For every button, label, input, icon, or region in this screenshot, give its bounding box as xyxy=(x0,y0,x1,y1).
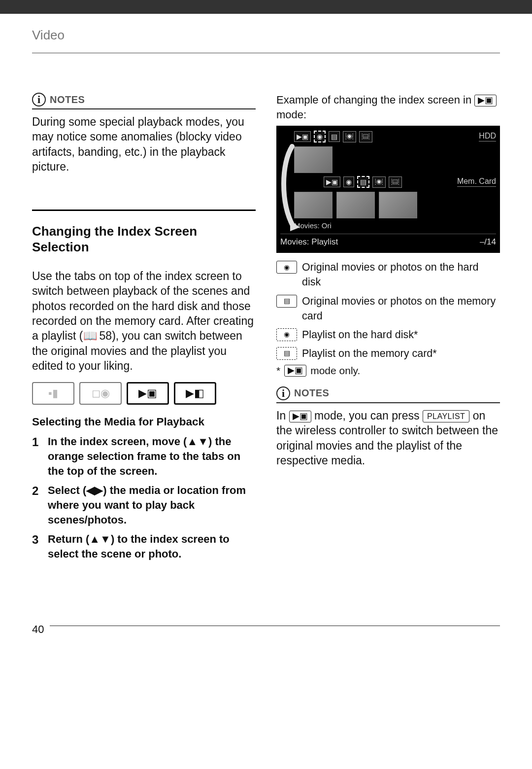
intro-paragraph: Use the tabs on top of the index screen … xyxy=(32,269,256,374)
arrows-updown-icon: ▲▼ xyxy=(187,435,208,448)
step-number: 3 xyxy=(32,532,43,561)
play-video-mode-icon: ▶▣ xyxy=(284,365,306,377)
subsection-title: Changing the Index Screen Selection xyxy=(32,224,256,254)
play-video-mode-icon: ▶▣ xyxy=(289,411,311,422)
right-column: Example of changing the index screen in … xyxy=(276,93,500,566)
playlist-count: –/14 xyxy=(480,237,496,247)
arrows-leftright-icon: ◀▶ xyxy=(86,484,103,496)
notes2-b: mode, you can press xyxy=(311,409,423,422)
procedure-title: Selecting the Media for Playback xyxy=(32,416,256,428)
legend-item: ◉ Original movies or photos on the hard … xyxy=(276,260,500,289)
notes2-a: In xyxy=(276,409,289,422)
figure-legend: ◉ Original movies or photos on the hard … xyxy=(276,260,500,361)
tab-card-playlist-icon: ⦙▤⦙ xyxy=(389,176,402,188)
footnote: * ▶▣ mode only. xyxy=(276,365,500,377)
tab-icon: ▶▣ xyxy=(294,131,311,142)
hdd-icon: ◉ xyxy=(276,261,297,274)
document-page: Video i NOTES During some special playba… xyxy=(0,14,532,651)
card-icon: ▤ xyxy=(276,295,297,308)
notes-label: NOTES xyxy=(50,94,85,105)
info-icon: i xyxy=(276,386,290,400)
section-underline xyxy=(32,53,500,53)
mode-play-photo-icon: ▶◧ xyxy=(174,382,216,405)
tab-row-mid: ▶▣ ◉ ▤ ⦙◉⦙ ⦙▤⦙ Mem. Card xyxy=(280,176,496,188)
notes-heading: i NOTES xyxy=(276,386,500,403)
tab-icon: ▶▣ xyxy=(324,176,340,187)
legend-item: ▤ Original movies or photos on the memor… xyxy=(276,294,500,323)
play-video-mode-icon: ▶▣ xyxy=(474,95,497,106)
section-rule xyxy=(32,210,256,211)
tab-hdd-icon: ◉ xyxy=(314,131,326,142)
left-column: i NOTES During some special playback mod… xyxy=(32,93,256,566)
page-ref-number: 58 xyxy=(100,328,112,343)
page-reference: 📖 58 xyxy=(83,328,112,343)
hdd-playlist-icon: ◉ xyxy=(276,328,297,341)
step-text-a: Return ( xyxy=(48,533,89,545)
step-1: 1 In the index screen, move (▲▼) the ora… xyxy=(32,434,256,478)
playlist-label: Movies: Playlist xyxy=(280,237,338,247)
book-icon: 📖 xyxy=(83,328,98,343)
tab-card-playlist-icon: ⦙▤⦙ xyxy=(359,131,372,142)
playlist-button-label: PLAYLIST xyxy=(423,410,470,422)
legend-text: Playlist on the hard disk* xyxy=(302,327,418,342)
footnote-text: mode only. xyxy=(310,365,360,377)
storage-label-hdd: HDD xyxy=(479,132,496,141)
notes-body: During some special playback modes, you … xyxy=(32,114,256,174)
card-playlist-icon: ▤ xyxy=(276,347,297,360)
thumbnail-row xyxy=(280,146,496,173)
row-label-original: Movies: Ori xyxy=(294,221,496,230)
mode-record-video-icon: ▪▮ xyxy=(32,382,74,405)
example-text-a: Example of changing the index screen in xyxy=(276,94,474,106)
example-text-b: mode: xyxy=(276,108,306,121)
legend-text: Original movies or photos on the hard di… xyxy=(302,260,500,289)
mode-record-photo-icon: ◻◉ xyxy=(79,382,122,405)
step-3: 3 Return (▲▼) to the index screen to sel… xyxy=(32,532,256,561)
thumbnail-row xyxy=(280,192,496,218)
storage-label-memcard: Mem. Card xyxy=(457,177,496,187)
two-column-layout: i NOTES During some special playback mod… xyxy=(32,93,500,566)
thumbnail xyxy=(336,192,375,218)
section-label: Video xyxy=(32,28,500,43)
legend-item: ◉ Playlist on the hard disk* xyxy=(276,327,500,342)
notes-heading: i NOTES xyxy=(32,93,256,109)
arrows-updown-icon: ▲▼ xyxy=(89,533,111,545)
tab-hdd-icon: ◉ xyxy=(343,176,354,187)
step-number: 2 xyxy=(32,483,43,527)
mode-play-video-icon: ▶▣ xyxy=(127,382,169,405)
step-2: 2 Select (◀▶) the media or location from… xyxy=(32,483,256,527)
step-number: 1 xyxy=(32,434,43,478)
legend-text: Original movies or photos on the memory … xyxy=(302,294,500,323)
tab-hdd-playlist-icon: ⦙◉⦙ xyxy=(372,176,386,188)
figure-bottom-bar: Movies: Playlist –/14 xyxy=(280,234,496,247)
thumbnail xyxy=(379,192,417,218)
footnote-asterisk: * xyxy=(276,365,280,377)
example-caption: Example of changing the index screen in … xyxy=(276,93,500,122)
notes-body-2: In ▶▣ mode, you can press PLAYLIST on th… xyxy=(276,408,500,468)
mode-selector-diagram: ▪▮ ◻◉ ▶▣ ▶◧ xyxy=(32,382,256,405)
tab-row-top: ▶▣ ◉ ▤ ⦙◉⦙ ⦙▤⦙ HDD xyxy=(280,131,496,142)
page-footer-rule: 40 xyxy=(32,626,500,636)
step-text-a: Select ( xyxy=(48,484,86,496)
notes-label: NOTES xyxy=(294,387,329,399)
curved-arrow-icon xyxy=(278,143,302,232)
tab-hdd-playlist-icon: ⦙◉⦙ xyxy=(343,131,356,142)
info-icon: i xyxy=(32,93,46,106)
tab-card-icon: ▤ xyxy=(329,131,340,142)
procedure-steps: 1 In the index screen, move (▲▼) the ora… xyxy=(32,434,256,561)
legend-text: Playlist on the memory card* xyxy=(302,346,437,361)
tab-card-icon: ▤ xyxy=(357,176,369,188)
legend-item: ▤ Playlist on the memory card* xyxy=(276,346,500,361)
page-number: 40 xyxy=(32,623,50,636)
window-top-bar xyxy=(0,0,532,14)
index-screen-figure: ▶▣ ◉ ▤ ⦙◉⦙ ⦙▤⦙ HDD ▶▣ ◉ ▤ ⦙◉⦙ ⦙▤⦙ xyxy=(276,126,500,253)
step-text-a: In the index screen, move ( xyxy=(48,435,187,448)
